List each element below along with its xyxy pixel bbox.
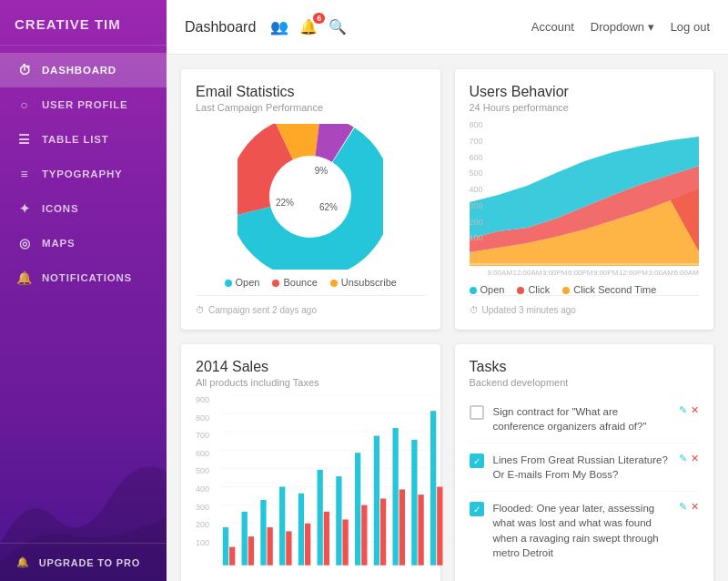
- svg-rect-29: [324, 512, 329, 566]
- task-3-text: Flooded: One year later, assessing what …: [493, 501, 671, 559]
- sidebar-upgrade-button[interactable]: 🔔 UPGRADE TO PRO: [0, 543, 167, 581]
- svg-text:62%: 62%: [319, 202, 338, 212]
- area-chart: 0 100 200 300 400 500 600 700 800 9:00AM…: [470, 120, 700, 277]
- behavior-clock-icon: ⏱: [470, 305, 479, 315]
- sidebar-item-icons[interactable]: ✦ICONS: [0, 191, 167, 226]
- account-link[interactable]: Account: [531, 20, 574, 34]
- tasks-card: Tasks Backend development Sign contract …: [455, 344, 714, 581]
- nav-icon-user-profile: ○: [16, 97, 33, 112]
- task-3-delete[interactable]: ✕: [691, 501, 699, 513]
- svg-rect-39: [418, 494, 423, 566]
- bar-y-200: 300: [196, 503, 221, 512]
- logo-line1: CREATIVE: [15, 16, 90, 32]
- sidebar-item-maps[interactable]: ◎MAPS: [0, 226, 167, 260]
- bar-y-600: 700: [196, 431, 221, 440]
- x-label-9am: 9:00AM: [488, 269, 513, 277]
- users-behavior-title: Users Behavior: [470, 84, 700, 100]
- task-3-checkbox[interactable]: ✓: [470, 502, 484, 516]
- tasks-title: Tasks: [470, 359, 700, 375]
- dropdown-link[interactable]: Dropdown ▾: [591, 20, 654, 34]
- task-item-2: ✓ Lines From Great Russian Literature? O…: [470, 443, 700, 492]
- task-item-1: Sign contract for "What are conference o…: [470, 395, 700, 443]
- svg-rect-41: [437, 487, 442, 566]
- svg-rect-19: [229, 547, 235, 566]
- bar-chart: 100 200 300 400 500 600 700 800 900: [196, 395, 426, 566]
- people-icon[interactable]: 👥: [270, 18, 288, 36]
- nav-icon-table-list: ☰: [16, 132, 33, 147]
- svg-rect-36: [392, 428, 398, 566]
- task-2-delete[interactable]: ✕: [691, 453, 699, 464]
- task-2-text: Lines From Great Russian Literature? Or …: [493, 453, 671, 482]
- nav-icon-notifications: 🔔: [16, 270, 33, 285]
- legend-open: Open: [225, 277, 260, 288]
- task-1-actions: ✎ ✕: [679, 404, 699, 416]
- task-2-actions: ✎ ✕: [679, 453, 699, 464]
- nav-icon-typography: ≡: [16, 167, 33, 181]
- sidebar-item-notifications[interactable]: 🔔NOTIFICATIONS: [0, 260, 167, 295]
- nav-label-dashboard: DASHBOARD: [42, 65, 116, 76]
- legend-click-area: Click: [517, 284, 550, 295]
- bar-y-100: 200: [196, 520, 221, 529]
- sidebar: CREATIVE TIM ⏱DASHBOARD○USER PROFILE☰TAB…: [0, 0, 167, 581]
- x-label-12am: 12:00AM: [513, 269, 542, 277]
- dashboard-content: Email Statistics Last Campaign Performan…: [167, 55, 728, 581]
- legend-bounce: Bounce: [272, 277, 317, 288]
- bar-y-500: 600: [196, 449, 221, 458]
- nav-icon-maps: ◎: [16, 236, 33, 250]
- svg-rect-40: [430, 411, 436, 566]
- search-icon[interactable]: 🔍: [329, 18, 347, 36]
- task-2-checkbox[interactable]: ✓: [470, 454, 484, 468]
- task-1-text: Sign contract for "What are conference o…: [493, 404, 671, 433]
- nav-label-maps: MAPS: [42, 238, 75, 249]
- users-behavior-subtitle: 24 Hours performance: [470, 102, 700, 113]
- nav-icon-icons: ✦: [16, 201, 33, 216]
- area-chart-svg: [470, 120, 700, 266]
- task-2-edit[interactable]: ✎: [679, 453, 687, 464]
- sidebar-item-typography[interactable]: ≡TYPOGRAPHY: [0, 157, 167, 191]
- svg-rect-37: [399, 489, 405, 565]
- logo-line2: TIM: [95, 16, 121, 32]
- svg-rect-30: [336, 476, 341, 566]
- logout-link[interactable]: Log out: [671, 20, 710, 34]
- task-3-edit[interactable]: ✎: [679, 501, 687, 513]
- legend-open-area: Open: [470, 284, 505, 295]
- task-item-3: ✓ Flooded: One year later, assessing wha…: [470, 492, 700, 568]
- notifications-bell[interactable]: 🔔 6: [299, 18, 318, 36]
- task-1-edit[interactable]: ✎: [679, 404, 687, 416]
- task-list: Sign contract for "What are conference o…: [470, 395, 700, 569]
- email-stats-title: Email Statistics: [196, 84, 426, 100]
- x-label-6am: 6:00AM: [673, 269, 699, 277]
- nav-icon-dashboard: ⏱: [16, 63, 33, 77]
- sidebar-item-dashboard[interactable]: ⏱DASHBOARD: [0, 53, 167, 87]
- upgrade-icon: 🔔: [16, 556, 30, 568]
- nav-label-typography: TYPOGRAPHY: [42, 168, 123, 179]
- nav-label-table-list: TABLE LIST: [42, 134, 109, 145]
- svg-rect-28: [318, 470, 323, 566]
- page-title: Dashboard: [185, 19, 256, 36]
- nav-label-user-profile: USER PROFILE: [42, 99, 128, 110]
- users-behavior-card: Users Behavior 24 Hours performance 0 10…: [455, 69, 714, 330]
- svg-rect-34: [374, 436, 379, 566]
- svg-rect-21: [248, 536, 254, 566]
- sidebar-logo: CREATIVE TIM: [0, 0, 167, 46]
- legend-click2-area: Click Second Time: [562, 284, 656, 295]
- email-stats-subtitle: Last Campaign Performance: [196, 102, 426, 113]
- svg-rect-26: [298, 494, 304, 566]
- email-stats-footer-text: Campaign sent 2 days ago: [208, 305, 317, 315]
- pie-legend: Open Bounce Unsubscribe: [225, 277, 397, 288]
- svg-rect-38: [411, 440, 417, 566]
- x-label-9pm: 9:00PM: [593, 269, 619, 277]
- bar-y-400: 500: [196, 466, 221, 475]
- svg-point-4: [269, 156, 351, 238]
- task-3-actions: ✎ ✕: [679, 501, 699, 513]
- task-1-checkbox[interactable]: [470, 405, 484, 420]
- sidebar-nav: ⏱DASHBOARD○USER PROFILE☰TABLE LIST≡TYPOG…: [0, 46, 167, 543]
- sidebar-item-table-list[interactable]: ☰TABLE LIST: [0, 122, 167, 157]
- sales-subtitle: All products including Taxes: [196, 377, 426, 388]
- x-label-12pm: 12:00PM: [619, 269, 648, 277]
- tasks-subtitle: Backend development: [470, 377, 700, 388]
- task-1-delete[interactable]: ✕: [691, 404, 699, 416]
- pie-chart: 9% 22% 62%: [238, 124, 383, 270]
- svg-rect-27: [305, 524, 310, 566]
- sidebar-item-user-profile[interactable]: ○USER PROFILE: [0, 87, 167, 122]
